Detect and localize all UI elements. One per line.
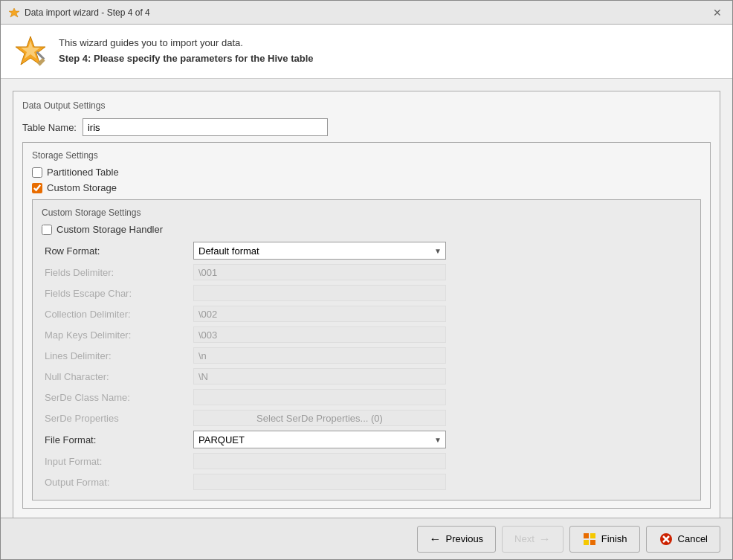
custom-storage-handler-label: Custom Storage Handler xyxy=(56,224,163,235)
null-character-row: Null Character: \N xyxy=(42,366,691,387)
svg-rect-6 xyxy=(590,533,595,538)
next-icon: → xyxy=(539,532,551,546)
main-content: Data Output Settings Table Name: Storage… xyxy=(1,79,732,518)
title-text: Data import wizard - Step 4 of 4 xyxy=(25,7,150,18)
storage-settings-box: Storage Settings Partitioned Table Custo… xyxy=(22,142,711,509)
custom-storage-row: Custom Storage xyxy=(32,182,701,193)
input-format-value xyxy=(193,453,446,469)
finish-label: Finish xyxy=(601,533,627,544)
partitioned-table-row: Partitioned Table xyxy=(32,167,701,178)
lines-delimiter-label: Lines Delimiter: xyxy=(45,350,112,361)
table-name-row: Table Name: xyxy=(22,118,711,136)
close-button[interactable]: ✕ xyxy=(710,5,725,20)
serde-properties-label: SerDe Properties xyxy=(45,413,119,424)
step-description: Please specify the parameters for the Hi… xyxy=(94,53,314,64)
cancel-button[interactable]: Cancel xyxy=(646,526,720,553)
map-keys-delimiter-value: \003 xyxy=(193,326,446,343)
partitioned-table-label: Partitioned Table xyxy=(47,167,119,178)
table-name-label: Table Name: xyxy=(22,122,77,133)
finish-button[interactable]: Finish xyxy=(569,526,640,553)
output-format-row: Output Format: xyxy=(42,472,691,492)
serde-properties-row: SerDe Properties Select SerDe Properties… xyxy=(42,408,691,428)
lines-delimiter-row: Lines Delimiter: \n xyxy=(42,345,691,366)
svg-rect-7 xyxy=(584,540,589,545)
row-format-row: Row Format: Default format Delimited Ser… xyxy=(42,239,691,262)
header-text: This wizard guides you to import your da… xyxy=(59,36,313,67)
header-step-text: Step 4: Please specify the parameters fo… xyxy=(59,51,313,67)
file-format-select-wrapper: PARQUET ORC TEXTFILE SEQUENCEFILE RCFILE… xyxy=(193,431,446,448)
map-keys-delimiter-row: Map Keys Delimiter: \003 xyxy=(42,324,691,345)
output-format-value xyxy=(193,474,446,490)
title-bar-left: Data import wizard - Step 4 of 4 xyxy=(8,7,150,19)
file-format-select[interactable]: PARQUET ORC TEXTFILE SEQUENCEFILE RCFILE… xyxy=(193,431,446,448)
row-format-label: Row Format: xyxy=(45,245,100,257)
title-bar: Data import wizard - Step 4 of 4 ✕ xyxy=(1,1,732,25)
lines-delimiter-value: \n xyxy=(193,347,446,364)
step-label: Step 4: xyxy=(59,53,91,64)
collection-delimiter-value: \002 xyxy=(193,306,446,322)
previous-button[interactable]: ← Previous xyxy=(417,526,497,553)
data-output-settings-section: Data Output Settings Table Name: Storage… xyxy=(13,91,720,518)
svg-rect-8 xyxy=(590,540,595,545)
fields-escape-value xyxy=(193,285,446,301)
fields-escape-label: Fields Escape Char: xyxy=(45,288,132,299)
serde-class-name-label: SerDe Class Name: xyxy=(45,392,130,403)
output-format-label: Output Format: xyxy=(45,477,109,488)
cancel-label: Cancel xyxy=(678,533,708,544)
input-format-label: Input Format: xyxy=(45,456,102,467)
wizard-footer: ← Previous Next → Finish Cancel xyxy=(1,518,732,559)
wizard-header: This wizard guides you to import your da… xyxy=(1,25,732,79)
collection-delimiter-row: Collection Delimiter: \002 xyxy=(42,303,691,324)
section-title: Data Output Settings xyxy=(22,100,711,111)
custom-storage-settings-title: Custom Storage Settings xyxy=(42,207,691,218)
row-format-select[interactable]: Default format Delimited SerDe xyxy=(193,242,446,260)
fields-delimiter-value: \001 xyxy=(193,264,446,280)
input-format-row: Input Format: xyxy=(42,451,691,472)
main-window: Data import wizard - Step 4 of 4 ✕ This … xyxy=(0,0,733,560)
app-icon xyxy=(8,7,20,19)
finish-icon xyxy=(582,532,597,547)
collection-delimiter-label: Collection Delimiter: xyxy=(45,309,131,320)
custom-storage-checkbox[interactable] xyxy=(32,183,42,193)
serde-properties-button[interactable]: Select SerDe Properties... (0) xyxy=(193,410,446,426)
fields-escape-row: Fields Escape Char: xyxy=(42,283,691,303)
header-main-text: This wizard guides you to import your da… xyxy=(59,36,313,51)
custom-storage-handler-row: Custom Storage Handler xyxy=(42,224,691,235)
custom-storage-handler-checkbox[interactable] xyxy=(42,225,52,235)
null-character-label: Null Character: xyxy=(45,371,109,382)
wizard-icon xyxy=(13,33,48,69)
partitioned-table-checkbox[interactable] xyxy=(32,167,42,178)
row-format-select-wrapper: Default format Delimited SerDe xyxy=(193,242,446,260)
map-keys-delimiter-label: Map Keys Delimiter: xyxy=(45,329,131,341)
svg-marker-0 xyxy=(9,8,19,17)
cancel-icon xyxy=(659,532,674,547)
custom-storage-settings-box: Custom Storage Settings Custom Storage H… xyxy=(32,199,701,501)
serde-class-name-value xyxy=(193,389,446,405)
file-format-row: File Format: PARQUET ORC TEXTFILE SEQUEN… xyxy=(42,428,691,451)
storage-settings-title: Storage Settings xyxy=(32,150,701,161)
next-label: Next xyxy=(514,533,535,544)
custom-storage-label: Custom Storage xyxy=(47,182,117,193)
table-name-input[interactable] xyxy=(83,118,328,136)
previous-icon: ← xyxy=(430,532,442,546)
previous-label: Previous xyxy=(446,533,484,544)
next-button[interactable]: Next → xyxy=(502,526,564,553)
fields-delimiter-row: Fields Delimiter: \001 xyxy=(42,262,691,283)
fields-delimiter-label: Fields Delimiter: xyxy=(45,267,114,278)
settings-table: Row Format: Default format Delimited Ser… xyxy=(42,239,691,492)
file-format-label: File Format: xyxy=(45,434,96,445)
null-character-value: \N xyxy=(193,368,446,384)
svg-rect-5 xyxy=(584,533,589,538)
serde-class-name-row: SerDe Class Name: xyxy=(42,387,691,408)
